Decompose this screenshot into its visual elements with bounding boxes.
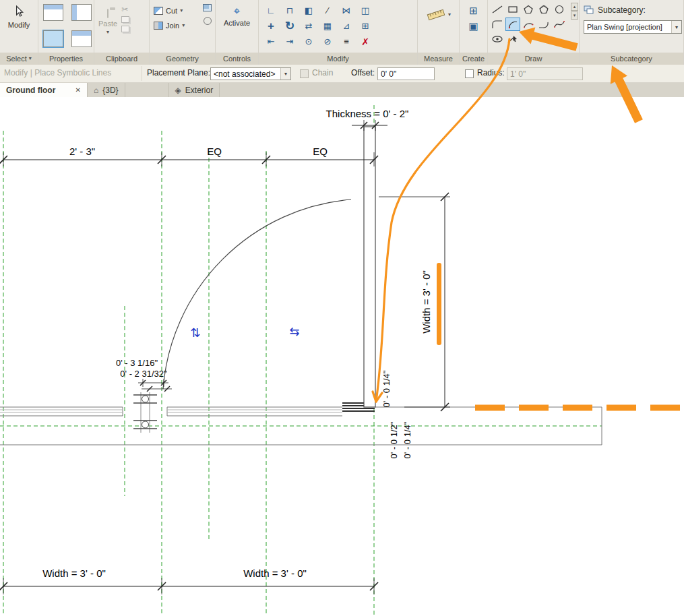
activate-dimensions-button[interactable]: ⌖ Activate: [216, 0, 258, 53]
view-tab-bar: Ground floor ✕ ⌂ {3D} ◈ Exterior: [0, 83, 684, 97]
flip-control-vertical: ⇅: [190, 326, 200, 340]
chevron-down-icon: ▾: [182, 23, 185, 28]
split-icon[interactable]: ∕: [319, 3, 336, 18]
options-bar: Modify | Place Symbolic Lines Placement …: [0, 65, 684, 83]
type-properties-icon[interactable]: [71, 30, 92, 47]
mirror-axis-icon[interactable]: ⇄: [300, 19, 317, 33]
scale-icon[interactable]: ⊿: [338, 19, 355, 33]
tangent-arc-tool[interactable]: [536, 18, 551, 31]
placement-plane-select[interactable]: <not associated> ▾: [210, 67, 291, 80]
draw-tool-gallery: [490, 3, 567, 47]
pin-icon: ⌖: [234, 5, 241, 17]
hinge-symbol: [133, 421, 157, 429]
family-types-icon[interactable]: [43, 30, 63, 47]
start-end-radius-arc-tool[interactable]: [521, 18, 536, 31]
gap-dim3-text: 0' - 0 1/4": [402, 421, 412, 458]
door-swing-arc[interactable]: [163, 199, 351, 389]
ribbon: Modify Select▾ Properties Paste ▾: [0, 0, 684, 65]
inscribed-polygon-tool[interactable]: [521, 3, 536, 16]
view-tab-3d[interactable]: ⌂ {3D}: [88, 83, 125, 97]
radius-checkbox[interactable]: [465, 69, 474, 78]
cut-icon: ✂: [121, 5, 129, 13]
draw-scroll-down-button[interactable]: ▾: [571, 11, 578, 20]
reference-planes[interactable]: [0, 105, 602, 616]
panel-create: ⊞ ▣ Create: [460, 0, 488, 65]
chevron-down-icon: ▾: [29, 56, 32, 61]
door-leaf[interactable]: [364, 127, 375, 407]
group-icon[interactable]: ⊞: [356, 19, 374, 33]
spline-tool[interactable]: [552, 18, 567, 31]
measure-tape-icon: [426, 7, 446, 23]
plan-view: 2' - 3" EQ EQ Thickness = 0' - 2" Width …: [0, 97, 684, 616]
view-tab-ground-floor[interactable]: Ground floor ✕: [0, 83, 88, 97]
flip-controls[interactable]: ⇅ ⇆: [190, 325, 299, 340]
view-tab-exterior[interactable]: ◈ Exterior: [168, 83, 220, 97]
modify-tool-button[interactable]: Modify: [0, 0, 38, 53]
width-bottom-right-text: Width = 3' - 0": [243, 567, 307, 579]
close-icon[interactable]: ✕: [75, 86, 81, 94]
offset-input[interactable]: [377, 67, 435, 80]
visibility-tool[interactable]: [490, 32, 505, 46]
dim-eq1-text: EQ: [207, 146, 222, 157]
create-panel-label: Create: [460, 53, 487, 65]
inscribed-polygon-icon: [522, 4, 534, 15]
array-icon[interactable]: ▦: [319, 19, 336, 33]
drawing-area[interactable]: 2' - 3" EQ EQ Thickness = 0' - 2" Width …: [0, 97, 684, 616]
spline-icon: [553, 19, 565, 30]
create-similar-icon[interactable]: ▣: [468, 21, 478, 31]
dim-left-text: 2' - 3": [69, 146, 95, 157]
mirror-icon[interactable]: ⋈: [338, 3, 355, 18]
unpin-element-icon[interactable]: ⊘: [319, 34, 336, 49]
rotate-icon[interactable]: ↻: [281, 19, 299, 33]
subcategory-panel-label: Subcategory: [580, 53, 683, 65]
match-properties-icon: [121, 26, 129, 32]
offset-icon[interactable]: ◫: [356, 3, 374, 18]
mode-status-label: Modify | Place Symbolic Lines: [4, 68, 111, 78]
delete-icon[interactable]: ✗: [356, 34, 374, 49]
chevron-down-icon: ▾: [180, 8, 183, 13]
width-bottom-left-text: Width = 3' - 0": [42, 567, 106, 579]
pick-host-icon[interactable]: [204, 17, 212, 25]
circumscribed-polygon-tool[interactable]: [536, 3, 551, 16]
align-icon[interactable]: ∟: [262, 3, 280, 18]
copy-icon: [121, 16, 129, 23]
select-panel-label[interactable]: Select▾: [0, 53, 38, 65]
extend-icon[interactable]: ⇥: [281, 34, 299, 49]
flip-control-horizontal: ⇆: [289, 325, 299, 338]
circle-tool[interactable]: [552, 3, 567, 16]
pin-element-icon[interactable]: ⊙: [300, 34, 317, 49]
fillet-arc-tool[interactable]: [490, 18, 505, 31]
subcategory-select[interactable]: Plan Swing [projection] ▾: [584, 20, 682, 34]
frame-dim1-text: 0' - 3 1/16": [116, 358, 158, 368]
cut-geometry-icon: [154, 7, 163, 15]
family-category-icon[interactable]: [71, 4, 92, 21]
paint-icon[interactable]: [203, 4, 212, 11]
dimensions[interactable]: [0, 120, 450, 594]
chevron-down-icon[interactable]: ▾: [671, 21, 681, 33]
measure-button[interactable]: [426, 7, 446, 26]
hinge-symbol: [133, 395, 157, 403]
panel-clipboard: Paste ▾ ✂ Clipboard: [94, 0, 150, 65]
center-ends-arc-tool[interactable]: [505, 18, 520, 31]
chevron-down-icon[interactable]: ▾: [448, 12, 451, 18]
dim-eq2-text: EQ: [313, 146, 328, 157]
properties-palette-icon[interactable]: [43, 4, 63, 21]
join-geometry-icon: [154, 22, 163, 30]
cut-profile-icon[interactable]: ◧: [300, 3, 317, 18]
move-icon[interactable]: +: [262, 19, 280, 33]
options-separator: [142, 66, 142, 81]
trim-icon[interactable]: ⇤: [262, 34, 280, 49]
line-tool[interactable]: [490, 3, 505, 16]
rectangle-tool[interactable]: [505, 3, 520, 16]
create-group-icon[interactable]: ⊞: [469, 5, 478, 16]
tangent-arc-icon: [538, 19, 550, 30]
modify-panel-label: Modify: [259, 53, 417, 65]
cope-icon[interactable]: ⊓: [281, 3, 299, 18]
justify-icon[interactable]: ≡: [338, 34, 355, 49]
draw-panel-label: Draw: [488, 53, 579, 65]
eye-icon: [491, 34, 503, 44]
draw-gallery-scrollbar: ▴ ▾: [571, 3, 578, 20]
draw-scroll-up-button[interactable]: ▴: [571, 3, 578, 11]
pick-lines-tool[interactable]: [505, 32, 520, 46]
door-frame[interactable]: [133, 392, 157, 433]
